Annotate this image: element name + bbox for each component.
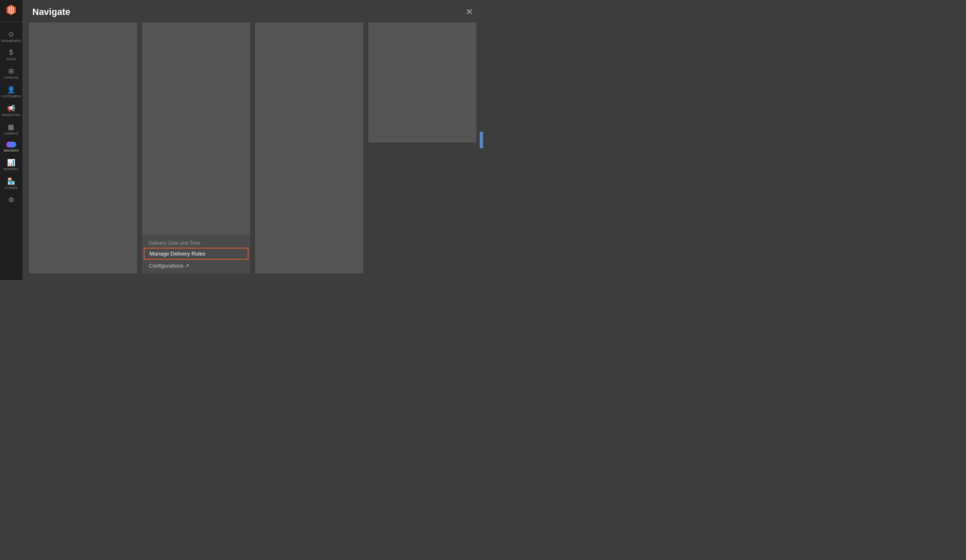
sidebar-label-content: CONTENT <box>4 132 19 135</box>
sidebar: ⊙ DASHBOARD $ SALES ⊞ CATALOG 👤 CUSTOMER… <box>0 0 22 280</box>
sidebar-item-customers[interactable]: 👤 CUSTOMERS <box>0 82 22 101</box>
customers-icon: 👤 <box>7 86 16 94</box>
configurations-item[interactable]: Configurations ↗ <box>142 260 250 272</box>
marketing-icon: 📢 <box>7 104 16 112</box>
card-1 <box>29 22 137 273</box>
system-icon: ⚙ <box>8 196 14 204</box>
sidebar-item-catalog[interactable]: ⊞ CATALOG <box>0 64 22 82</box>
card-2-image <box>142 22 250 234</box>
right-edge-tab <box>480 132 483 148</box>
sidebar-logo <box>0 3 22 22</box>
catalog-icon: ⊞ <box>8 67 14 75</box>
sidebar-item-stores[interactable]: 🏪 STORES <box>0 174 22 193</box>
main-content: Navigate ✕ Delivery Date and Time Manage… <box>22 0 483 280</box>
sidebar-item-reports[interactable]: 📊 REPORTS <box>0 155 22 174</box>
card-3 <box>255 22 363 273</box>
dashboard-icon: ⊙ <box>8 30 14 38</box>
sidebar-item-dashboard[interactable]: ⊙ DASHBOARD <box>0 27 22 46</box>
card-4-image <box>368 22 476 142</box>
reports-icon: 📊 <box>7 159 16 167</box>
sidebar-label-marketing: MARKETING <box>2 113 20 116</box>
navigate-toggle-icon <box>6 142 16 147</box>
stores-icon: 🏪 <box>7 177 16 185</box>
sidebar-item-sales[interactable]: $ SALES <box>0 46 22 64</box>
magento-logo-icon <box>5 3 18 17</box>
sidebar-label-reports: REPORTS <box>4 168 19 171</box>
sidebar-item-content[interactable]: ▦ CONTENT <box>0 120 22 138</box>
card-3-image <box>255 22 363 273</box>
sales-icon: $ <box>9 49 13 56</box>
page-title: Navigate <box>32 7 70 17</box>
sidebar-item-system[interactable]: ⚙ <box>0 193 22 208</box>
sidebar-item-marketing[interactable]: 📢 MARKETING <box>0 101 22 120</box>
sidebar-label-customers: CUSTOMERS <box>1 95 21 98</box>
card-2-menu: Delivery Date and Time Manage Delivery R… <box>142 234 250 273</box>
sidebar-label-dashboard: DASHBOARD <box>1 39 21 42</box>
sidebar-label-stores: STORES <box>5 186 17 189</box>
navigate-header: Navigate ✕ <box>22 0 483 22</box>
sidebar-label-sales: SALES <box>6 58 16 60</box>
card-4 <box>368 22 476 142</box>
close-button[interactable]: ✕ <box>466 7 473 17</box>
content-icon: ▦ <box>8 123 14 131</box>
sidebar-label-navigate: NAVIGATE <box>4 149 19 152</box>
card-2: Delivery Date and Time Manage Delivery R… <box>142 22 250 273</box>
cards-grid: Delivery Date and Time Manage Delivery R… <box>22 22 483 280</box>
manage-delivery-rules-item[interactable]: Manage Delivery Rules <box>144 248 249 260</box>
sidebar-label-catalog: CATALOG <box>4 76 19 79</box>
sidebar-item-navigate[interactable]: NAVIGATE <box>0 138 22 155</box>
delivery-date-time-header: Delivery Date and Time <box>142 238 250 248</box>
card-1-image <box>29 22 137 273</box>
